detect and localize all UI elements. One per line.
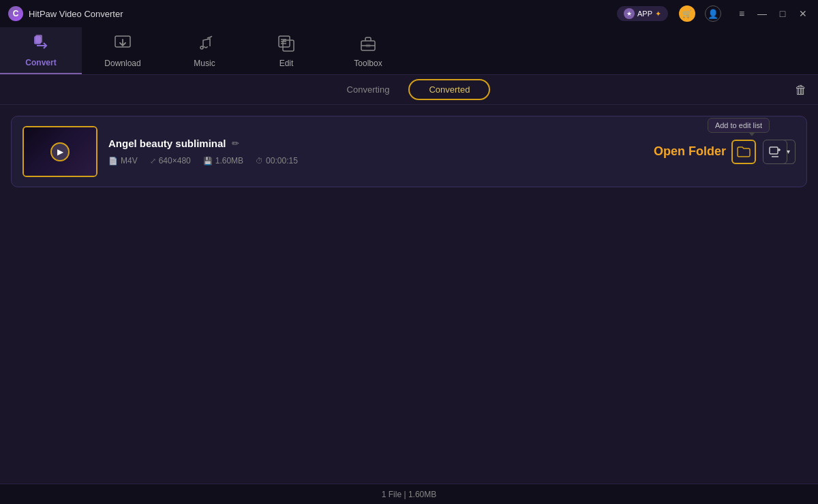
file-info: Angel beauty subliminal ✏ 📄 M4V ⤢ 640×48…	[108, 138, 643, 166]
file-name: Angel beauty subliminal	[108, 138, 226, 149]
nav-item-toolbox[interactable]: Toolbox	[327, 27, 409, 74]
titlebar-controls: ★ APP ✦ 🛒 👤 ≡ — □ ✕	[617, 5, 810, 22]
convert-nav-label: Convert	[25, 58, 56, 67]
app-badge-icon: ★	[624, 8, 635, 19]
close-button[interactable]: ✕	[796, 7, 810, 20]
user-icon[interactable]: 👤	[705, 5, 721, 22]
app-logo: C HitPaw Video Converter	[8, 6, 123, 21]
nav-item-music[interactable]: Music	[164, 27, 245, 74]
app-logo-icon: C	[8, 6, 23, 21]
statusbar-text: 1 File | 1.60MB	[382, 490, 436, 499]
file-actions: Add to edit list Open Folder	[654, 140, 796, 164]
subtab-converting[interactable]: Converting	[328, 80, 409, 99]
upgrade-button[interactable]: 🛒	[679, 5, 695, 22]
app-title: HitPaw Video Converter	[29, 9, 123, 19]
nav-item-edit[interactable]: Edit	[245, 27, 327, 74]
file-duration-item: ⏱ 00:00:15	[256, 156, 298, 166]
delete-button[interactable]: 🗑	[795, 82, 807, 97]
edit-list-dropdown[interactable]: ▾	[782, 140, 796, 164]
download-icon	[113, 34, 132, 56]
resolution-icon: ⤢	[150, 157, 156, 166]
statusbar: 1 File | 1.60MB	[0, 484, 818, 504]
file-format-item: 📄 M4V	[108, 156, 138, 166]
nav-item-download[interactable]: Download	[82, 27, 164, 74]
edit-filename-icon[interactable]: ✏	[232, 138, 239, 148]
app-badge[interactable]: ★ APP ✦	[617, 6, 668, 21]
content-area: ▶ Angel beauty subliminal ✏ 📄 M4V ⤢ 640×…	[0, 105, 818, 484]
edit-nav-label: Edit	[279, 59, 294, 68]
app-badge-label: APP	[637, 10, 652, 18]
svg-rect-1	[35, 35, 42, 43]
file-resolution: 640×480	[159, 156, 191, 166]
edit-icon	[277, 34, 296, 56]
file-size-item: 💾 1.60MB	[203, 156, 243, 166]
menu-button[interactable]: ≡	[735, 7, 748, 20]
file-resolution-item: ⤢ 640×480	[150, 156, 191, 166]
edit-list-group: ▾	[763, 140, 796, 164]
navbar: Convert Download Music	[0, 27, 818, 75]
maximize-button[interactable]: □	[776, 7, 789, 20]
subtab-converted[interactable]: Converted	[408, 79, 490, 100]
file-name-row: Angel beauty subliminal ✏	[108, 138, 643, 149]
toolbox-icon	[359, 34, 378, 56]
file-size: 1.60MB	[215, 156, 243, 166]
music-icon	[195, 34, 214, 56]
download-nav-label: Download	[104, 59, 140, 68]
svg-rect-10	[366, 44, 370, 47]
convert-icon	[31, 33, 50, 55]
svg-rect-11	[770, 147, 778, 154]
open-folder-button[interactable]: Open Folder	[654, 140, 756, 164]
duration-icon: ⏱	[256, 157, 263, 165]
file-thumbnail[interactable]: ▶	[22, 126, 97, 177]
nav-item-convert[interactable]: Convert	[0, 27, 82, 74]
open-folder-label: Open Folder	[654, 144, 726, 159]
toolbox-nav-label: Toolbox	[354, 59, 382, 68]
file-format-icon: 📄	[108, 157, 118, 166]
subtab-bar: Converting Converted 🗑	[0, 75, 818, 105]
thumb-inner: ▶	[24, 127, 96, 176]
titlebar: C HitPaw Video Converter ★ APP ✦ 🛒 👤 ≡ —…	[0, 0, 818, 27]
play-button[interactable]: ▶	[50, 142, 70, 161]
file-card: ▶ Angel beauty subliminal ✏ 📄 M4V ⤢ 640×…	[11, 116, 807, 187]
file-meta: 📄 M4V ⤢ 640×480 💾 1.60MB ⏱ 00:00:15	[108, 156, 643, 166]
filesize-icon: 💾	[203, 157, 213, 166]
folder-icon	[731, 140, 756, 164]
file-duration: 00:00:15	[266, 156, 298, 166]
music-nav-label: Music	[194, 59, 215, 68]
file-format: M4V	[121, 156, 138, 166]
spark-icon: ✦	[655, 10, 661, 18]
minimize-button[interactable]: —	[755, 7, 769, 20]
add-to-edit-tooltip: Add to edit list	[708, 118, 770, 133]
